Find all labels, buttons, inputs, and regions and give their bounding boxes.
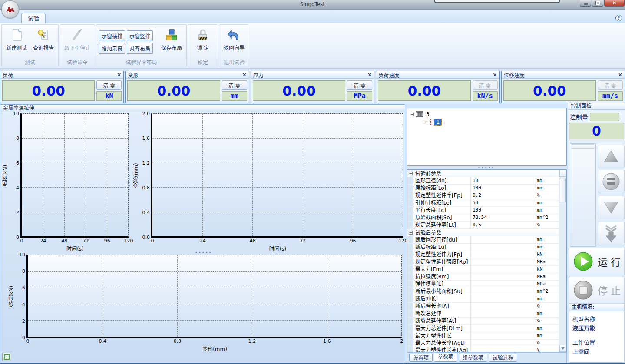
control-value-display: 0 (569, 123, 624, 139)
extensometer-icon (70, 28, 84, 42)
param-unit: mm (535, 199, 559, 206)
query-report-button[interactable]: 查询报告 (30, 26, 56, 59)
machine-model-value: 液压万能 (572, 324, 621, 332)
tree-child-node[interactable]: ☞ 1 (422, 118, 564, 126)
param-row: 规定总延伸率[Et] 0.5 % (407, 222, 559, 229)
help-icon[interactable]: ? (615, 15, 622, 21)
param-value[interactable]: 0.5 (471, 222, 535, 228)
tree-root-node[interactable]: − 3 (410, 110, 564, 118)
gauge-value-display: 0.00 (253, 80, 345, 101)
gauge-titlebar: 位移速度 × (502, 71, 625, 79)
save-layout-button[interactable]: 保存布局 (159, 26, 185, 59)
scroll-down-arrow[interactable] (559, 345, 566, 352)
gauge-title: 变形 (128, 71, 138, 79)
tree-child-label-selected[interactable]: 1 (434, 119, 442, 126)
param-value[interactable] (471, 236, 535, 243)
jog-down-button[interactable] (598, 196, 625, 219)
clear-zero-button[interactable]: 清 零 (598, 80, 623, 90)
param-value[interactable] (471, 347, 535, 352)
close-icon[interactable]: × (493, 72, 497, 78)
param-value[interactable]: 50 (471, 199, 535, 206)
scroll-thumb[interactable] (560, 178, 566, 202)
table-scrollbar[interactable] (559, 170, 566, 352)
hand-pointer-icon: ☞ (422, 119, 428, 125)
clear-zero-button[interactable]: 清 零 (347, 80, 372, 90)
tab-test[interactable]: 试验 (21, 13, 46, 23)
param-value[interactable]: 78.54 (471, 214, 535, 221)
clear-zero-button[interactable]: 清 零 (96, 80, 122, 90)
param-value[interactable] (471, 332, 535, 339)
param-value[interactable]: 100 (471, 207, 535, 214)
back-wizard-button[interactable]: 返回向导 (221, 26, 247, 59)
expander-icon[interactable]: − (410, 113, 414, 116)
param-row: 断后标距[Lu] mm (407, 244, 559, 251)
horizontal-splitter[interactable]: ••••• (195, 252, 212, 254)
gauge-title: 负荷 (3, 71, 13, 79)
param-row: 抗拉强度[Rm] MPa (407, 273, 559, 281)
control-amount-input[interactable] (590, 113, 619, 121)
param-value[interactable] (471, 244, 535, 251)
minimize-button[interactable] (580, 0, 591, 7)
vertical-splitter[interactable]: ••••• (129, 174, 132, 192)
param-value[interactable] (471, 340, 535, 347)
param-gutter (407, 281, 413, 288)
param-value[interactable] (471, 318, 535, 324)
lock-button[interactable]: 锁 定 (190, 26, 216, 59)
param-value[interactable] (471, 325, 535, 332)
param-value[interactable]: 100 (471, 185, 535, 192)
layout-option-button[interactable]: 示窗横排 (99, 30, 125, 41)
param-tab[interactable]: 试验过程 (489, 354, 517, 362)
clear-zero-button[interactable]: 清 零 (222, 80, 247, 90)
param-name: 断裂总延伸率[At] (413, 318, 471, 324)
close-icon[interactable]: × (618, 72, 622, 78)
new-test-button[interactable]: 新建测试 (3, 26, 30, 59)
param-tab[interactable]: 组参数项 (459, 354, 487, 362)
param-value[interactable] (471, 303, 535, 310)
expander-icon[interactable]: − (409, 172, 413, 175)
param-value[interactable] (471, 281, 535, 288)
jog-up-button[interactable] (598, 145, 625, 168)
host-status-box: 机型名称 液压万能 工作位置 上空间 (569, 311, 625, 363)
param-value[interactable] (471, 258, 535, 265)
gauge-unit: mm (222, 91, 247, 101)
fast-down-button[interactable] (598, 222, 625, 245)
param-value[interactable] (471, 310, 535, 317)
param-value[interactable] (471, 170, 535, 177)
param-tab[interactable]: 参数项 (434, 353, 457, 362)
param-value[interactable] (471, 273, 535, 280)
layout-option-button[interactable]: 示窗竖排 (127, 30, 153, 41)
specimen-batch-icon (416, 111, 424, 118)
tree-root-label[interactable]: 3 (426, 111, 430, 117)
param-value[interactable] (471, 295, 535, 302)
param-value[interactable] (471, 266, 535, 273)
app-logo[interactable] (1, 0, 19, 18)
param-value[interactable] (471, 251, 535, 258)
layout-option-button[interactable]: 对齐布局 (127, 43, 153, 54)
close-icon[interactable]: × (117, 72, 121, 78)
control-step-list[interactable] (570, 143, 596, 247)
param-unit: mm (535, 236, 559, 243)
close-icon[interactable]: × (242, 72, 247, 78)
remove-extensometer-button[interactable]: 取下引伸计 (62, 26, 93, 59)
restore-button[interactable] (592, 0, 603, 7)
grid-layout-button[interactable] (2, 353, 11, 361)
clear-zero-button[interactable]: 清 零 (473, 80, 498, 90)
ribbon-group-command: 取下引伸计 试验命令 (60, 24, 95, 67)
run-button[interactable]: 运 行 (569, 248, 625, 275)
param-unit: % (535, 192, 559, 199)
param-value[interactable] (471, 229, 535, 236)
param-value[interactable]: 0.2 (471, 192, 535, 199)
param-unit: mm (535, 332, 559, 339)
expander-icon[interactable]: − (409, 231, 413, 235)
param-tab[interactable]: 设置项 (409, 354, 433, 362)
param-value[interactable]: 10 (471, 177, 535, 184)
param-value[interactable] (471, 288, 535, 295)
hold-button[interactable] (598, 170, 625, 193)
stop-button[interactable]: 停 止 (569, 277, 625, 304)
tree-table-splitter[interactable]: ••••• (478, 167, 495, 169)
layout-option-button[interactable]: 增加示窗 (99, 43, 125, 54)
close-button[interactable]: × (604, 0, 625, 7)
play-icon (573, 251, 594, 272)
close-icon[interactable]: × (367, 72, 372, 78)
scroll-up-arrow[interactable] (559, 170, 566, 177)
